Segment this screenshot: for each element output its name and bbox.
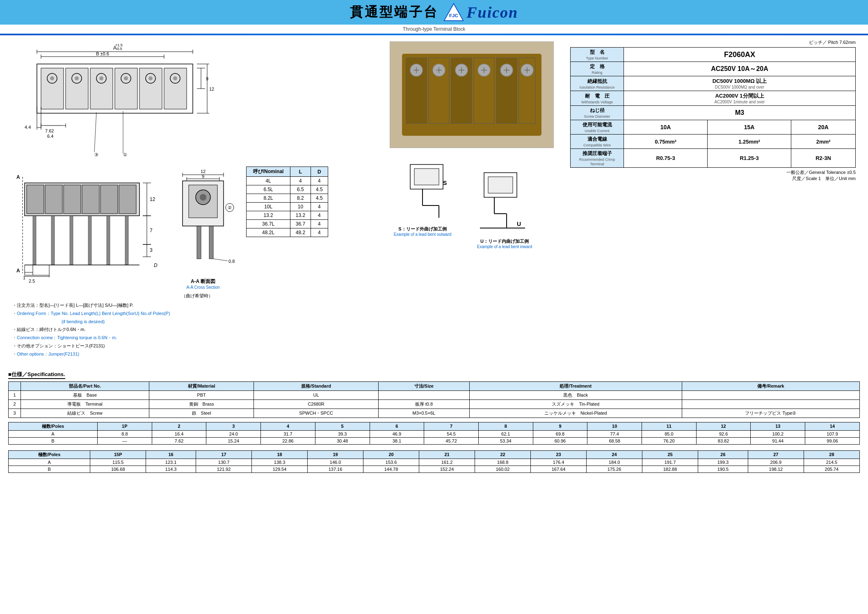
- d-col-header: D: [311, 167, 328, 177]
- crimp-1: R0.75-3: [624, 149, 708, 168]
- poles-cell: 153.6: [363, 459, 419, 466]
- poles-cell: 107.9: [805, 430, 860, 437]
- poles-cell: 137.16: [308, 466, 363, 472]
- current-label: 使用可能電流 Usable Current: [571, 120, 624, 135]
- svg-rect-57: [45, 185, 62, 214]
- ordering-info: ・注文方法：型名]—[リード長] L—[面げ寸法] S/U—[極数] P. ・O…: [12, 301, 381, 358]
- poles-table-2: 極数/Poles15P16171819202122232425262728A11…: [8, 450, 860, 473]
- parts-num: 3: [9, 409, 21, 418]
- poles-cell: 144.78: [363, 466, 419, 472]
- poles-cell: 190.5: [698, 466, 748, 472]
- u-title: U：リード内曲げ加工例: [480, 238, 529, 244]
- top-dimension-area: A +1.5 -0.5 B ±0.6 4.4 7.62: [12, 39, 381, 162]
- poles-header-cell: 13: [751, 422, 805, 430]
- svg-point-18: [148, 76, 153, 80]
- poles-cell: 146.0: [308, 459, 363, 466]
- poles-cell: 16.4: [152, 430, 206, 437]
- screw-value: M3: [624, 106, 856, 120]
- crimp-2: R1.25-3: [708, 149, 791, 168]
- poles-cell: 130.7: [196, 459, 252, 466]
- u-bend-svg: U: [472, 169, 537, 238]
- parts-cell: [378, 390, 469, 399]
- s-bend-example: S S：リード外曲げ加工例 Example of a lead bent out…: [390, 160, 455, 249]
- parts-cell: 黒色 Black: [469, 390, 682, 399]
- nominal-cell: 4L: [247, 177, 290, 185]
- parts-cell: SPWCH・SPCC: [254, 409, 379, 418]
- poles-cell: 114.3: [146, 466, 196, 472]
- poles-cell: A: [9, 430, 98, 437]
- svg-text:D: D: [154, 262, 158, 268]
- l-col-header: L: [290, 167, 311, 177]
- nominal-cell: 4.5: [311, 194, 328, 203]
- center-col: S S：リード外曲げ加工例 Example of a lead bent out…: [390, 39, 562, 363]
- poles-cell: 214.5: [804, 459, 859, 466]
- svg-text:U: U: [517, 221, 521, 227]
- poles-header-cell: 17: [196, 450, 252, 459]
- poles-section: 極数/Poles1P234567891011121314A8.816.424.0…: [8, 422, 860, 473]
- parts-cell: M3×0.5×6L: [378, 409, 469, 418]
- poles-header-cell: 18: [252, 450, 308, 459]
- insulation-value: DC500V 1000MΩ 以上 DC500V 1000MΩ and over: [624, 76, 856, 91]
- poles-cell: 161.2: [419, 459, 475, 466]
- poles-cell: —: [98, 437, 152, 444]
- wire-2: 1.25mm²: [708, 135, 791, 149]
- poles-cell: 85.0: [642, 430, 697, 437]
- svg-text:A: A: [16, 268, 20, 274]
- parts-row: 3結線ビス Screw鉄 SteelSPWCH・SPCCM3×0.5×6Lニッケ…: [9, 409, 860, 418]
- poles-cell: 167.64: [531, 466, 587, 472]
- nominal-cell: 8.2L: [247, 194, 290, 203]
- svg-rect-135: [414, 169, 439, 185]
- svg-rect-59: [82, 185, 99, 214]
- crimp-3: R2-3N: [791, 149, 856, 168]
- specs-table: 型 名 Type Number F2060AX 定 格 Rating AC250…: [570, 47, 856, 168]
- parts-cell: PBT: [149, 390, 254, 399]
- nominal-cell: 13.2: [247, 211, 290, 220]
- nominal-table: 呼び/Nominal L D 4L446.5L6.54.58.2L8.24.51…: [246, 167, 328, 237]
- withstand-label: 耐 電 圧 Withstands Voltage: [571, 91, 624, 106]
- cross-section-area: 12 9: [166, 167, 240, 290]
- rating-label: 定 格 Rating: [571, 62, 624, 76]
- svg-text:12: 12: [209, 87, 214, 91]
- cross-section-label: A-A 断面図: [166, 278, 240, 285]
- s-subtitle: Example of a lead bent outward: [394, 232, 452, 237]
- poles-header-cell: 25: [642, 450, 698, 459]
- nominal-cell: 6.5L: [247, 185, 290, 194]
- parts-name-header: 部品名/Part No.: [21, 381, 149, 390]
- nominal-cell: 10L: [247, 203, 290, 211]
- poles-cell: 115.5: [90, 459, 146, 466]
- parts-cell: C2680R: [254, 399, 379, 409]
- svg-point-16: [124, 76, 128, 80]
- parts-table: 部品名/Part No. 材質/Material 規格/Standard 寸法/…: [8, 381, 860, 418]
- svg-rect-4: [66, 68, 88, 109]
- product-photo: [390, 41, 554, 148]
- poles-cell: 45.72: [424, 437, 479, 444]
- svg-text:2.5: 2.5: [29, 278, 35, 283]
- nominal-row: 4L44: [247, 177, 328, 185]
- poles-cell: B: [9, 466, 90, 472]
- poles-cell: 205.74: [804, 466, 859, 472]
- svg-line-106: [213, 259, 228, 261]
- poles-header-cell: 19: [308, 450, 363, 459]
- cross-section-svg: 12 9: [166, 167, 240, 277]
- svg-rect-66: [107, 216, 110, 265]
- poles-cell: 129.54: [252, 466, 308, 472]
- svg-rect-63: [51, 216, 55, 265]
- header-subtitle: Through-type Terminal Block: [0, 25, 868, 34]
- parts-cell: 黄銅 Brass: [149, 399, 254, 409]
- order-line3-jp: ・その他オプション：ショートピース(F2131): [12, 342, 381, 350]
- poles-header-cell: 26: [698, 450, 748, 459]
- poles-cell: 138.3: [252, 459, 308, 466]
- screw-label: ねじ径 Screw Diameter: [571, 106, 624, 120]
- order-line2-en: ・Connection screw：Tightening torque is 0…: [12, 334, 381, 342]
- header-banner: 貫通型端子台 FJC Fuicon: [0, 0, 868, 25]
- nominal-cell: 13.2: [290, 211, 311, 220]
- parts-standard-header: 規格/Standard: [254, 381, 379, 390]
- wire-3: 2mm²: [791, 135, 856, 149]
- parts-treatment-header: 処理/Treatment: [469, 381, 682, 390]
- poles-row-b: B—7.6215.2422.8630.4838.145.7253.3460.96…: [9, 437, 860, 444]
- svg-rect-3: [41, 68, 64, 109]
- parts-num-header: [9, 381, 21, 390]
- poles-row-a: A8.816.424.031.739.346.954.562.169.877.4…: [9, 430, 860, 437]
- s-title: S：リード外曲げ加工例: [398, 226, 446, 232]
- poles-cell: 100.2: [751, 430, 805, 437]
